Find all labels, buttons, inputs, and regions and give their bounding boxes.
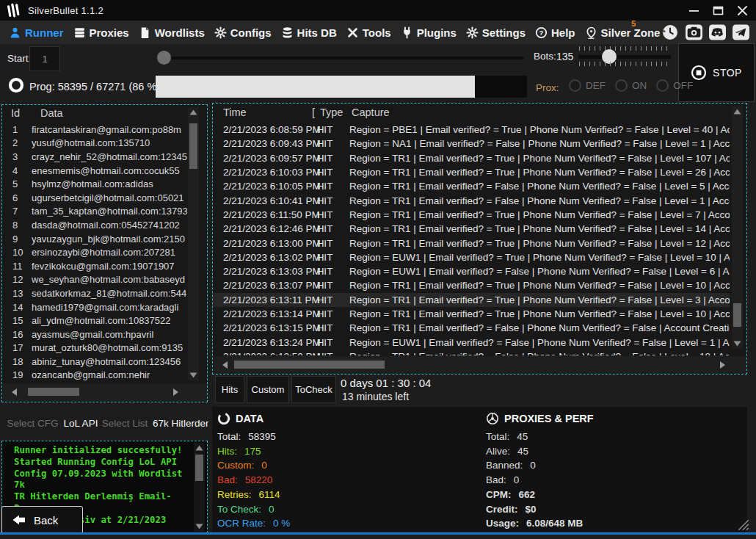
scroll-down-icon[interactable] bbox=[194, 521, 205, 532]
stat-value: 0 % bbox=[273, 518, 290, 529]
scroll-right-icon[interactable] bbox=[717, 360, 728, 370]
table-row[interactable]: 13sedatkorkmaz_81@hotmail.com:544 bbox=[2, 286, 187, 300]
table-row[interactable]: 9yavuzaygun_bjk@hotmail.com:2150 bbox=[2, 232, 187, 246]
resize-grip-icon[interactable] bbox=[737, 518, 750, 532]
table-row[interactable]: 2/21/2023 6:13:50 PMHITRegion = TR1 | Em… bbox=[213, 350, 730, 355]
select-list-button[interactable]: Select List bbox=[98, 408, 152, 438]
bots-slider-track[interactable] bbox=[578, 55, 671, 59]
tab-hits[interactable]: Hits bbox=[215, 376, 244, 403]
scroll-right-icon[interactable] bbox=[170, 387, 181, 397]
prox-radio-group: DEFONOFF bbox=[569, 79, 693, 92]
nav-item-configs[interactable]: Configs bbox=[214, 26, 272, 39]
select-cfg-button[interactable]: Select CFG bbox=[6, 408, 59, 438]
table-row[interactable]: 7tam_35_kaptan@hotmail.com:13793 bbox=[2, 205, 187, 219]
table-row[interactable]: 2/21/2023 6:13:11 PMHITRegion = TR1 | Em… bbox=[213, 293, 730, 307]
prox-option-label: ON bbox=[632, 80, 647, 91]
close-button[interactable] bbox=[736, 4, 749, 17]
table-row[interactable]: 6ugurserbetcigil@hotmail.com:05021 bbox=[2, 191, 187, 205]
prox-radio-on[interactable] bbox=[615, 79, 628, 92]
nav-item-runner[interactable]: Runner bbox=[9, 26, 64, 39]
tab-tocheck[interactable]: ToCheck bbox=[291, 376, 336, 403]
table-row[interactable]: 2/21/2023 6:10:05 PMHITRegion = TR1 | Em… bbox=[213, 179, 730, 193]
table-row[interactable]: 11fevzikokcu@gmail.com:19071907 bbox=[2, 259, 187, 273]
scrollbar-thumb[interactable] bbox=[733, 303, 741, 327]
scroll-down-icon[interactable] bbox=[188, 370, 199, 380]
scrollbar-thumb[interactable] bbox=[234, 361, 385, 369]
table-row[interactable]: 10ersinozaybi@hotmail.com:207281 bbox=[2, 245, 187, 259]
nav-item-tools[interactable]: Tools bbox=[346, 26, 391, 39]
table-row[interactable]: 4enesmemis@hotmail.com:cocuk55 bbox=[2, 164, 187, 178]
stat-row: Retries:6114 bbox=[217, 489, 280, 500]
table-row[interactable]: 2/21/2023 6:09:57 PMHITRegion = TR1 | Em… bbox=[213, 151, 730, 165]
table-row[interactable]: 2/21/2023 6:13:07 PMHITRegion = TR1 | Em… bbox=[213, 278, 730, 292]
scroll-up-icon[interactable] bbox=[188, 107, 199, 117]
hits-table-hscrollbar[interactable] bbox=[214, 356, 746, 374]
scroll-down-icon[interactable] bbox=[732, 339, 743, 349]
log-vscrollbar[interactable] bbox=[194, 443, 205, 532]
table-row[interactable]: 2/21/2023 6:10:41 PMHITRegion = TR1 | Em… bbox=[213, 193, 730, 207]
table-row[interactable]: 2/21/2023 6:13:15 PMHITRegion = TR1 | Em… bbox=[213, 321, 730, 335]
hits-table-vscrollbar[interactable] bbox=[732, 106, 743, 349]
scrollbar-thumb[interactable] bbox=[28, 388, 79, 396]
telegram-icon[interactable] bbox=[732, 24, 750, 40]
nav-item-silver-zone[interactable]: Silver Zone5 bbox=[585, 26, 661, 39]
scroll-up-icon[interactable] bbox=[732, 106, 743, 117]
table-row[interactable]: 2yusuf@hotmail.com:135710 bbox=[2, 137, 187, 151]
prox-radio-off[interactable] bbox=[656, 79, 669, 92]
nav-item-settings[interactable]: Settings bbox=[466, 26, 526, 39]
runner-icon bbox=[9, 26, 21, 39]
scrollbar-thumb[interactable] bbox=[189, 123, 197, 169]
table-row[interactable]: 2/21/2023 6:13:02 PMHITRegion = EUW1 | E… bbox=[213, 250, 730, 264]
prox-option-label: DEF bbox=[586, 80, 606, 91]
left-table-vscrollbar[interactable] bbox=[188, 107, 199, 380]
table-row[interactable]: 2/21/2023 6:13:03 PMHITRegion = EUW1 | E… bbox=[213, 264, 730, 278]
scroll-up-icon[interactable] bbox=[194, 443, 205, 453]
stat-row: Bad:58220 bbox=[217, 474, 272, 485]
table-row[interactable]: 16ayasmus@gmail.com:hpavril bbox=[2, 328, 187, 341]
table-row[interactable]: 15ali_ydm@hotmail.com:10837522 bbox=[2, 314, 187, 328]
table-row[interactable]: 3crayz_nehir_52@hotmail.com:12345 bbox=[2, 150, 187, 164]
table-row[interactable]: 8dasda@hotmail.com:05452741202 bbox=[2, 218, 187, 232]
table-row[interactable]: 1firatcantaskiran@gmail.com:po88m bbox=[2, 123, 187, 137]
stat-label: Bad: bbox=[486, 474, 506, 485]
left-table-hscrollbar[interactable] bbox=[3, 383, 207, 401]
table-row[interactable]: 17murat_ozturk80@hotmail.com:9135 bbox=[2, 341, 187, 355]
stop-button[interactable]: STOP bbox=[678, 43, 755, 102]
table-row[interactable]: 2/21/2023 6:13:00 PMHITRegion = TR1 | Em… bbox=[213, 236, 730, 250]
table-row[interactable]: 2/21/2023 6:12:46 PMHITRegion = TR1 | Em… bbox=[213, 222, 730, 236]
table-row[interactable]: 2/21/2023 6:08:59 PMHITRegion = PBE1 | E… bbox=[213, 123, 730, 137]
row-capture: Region = TR1 | Email verified? = True | … bbox=[341, 238, 730, 249]
scroll-left-icon[interactable] bbox=[219, 360, 230, 370]
scroll-left-icon[interactable] bbox=[9, 387, 20, 397]
maximize-button[interactable] bbox=[712, 4, 724, 17]
row-time: 2/21/2023 6:13:15 PM bbox=[213, 322, 309, 333]
table-row[interactable]: 18abiniz_tunay@hotmail.com:123456 bbox=[2, 355, 187, 369]
nav-item-hits-db[interactable]: Hits DB bbox=[281, 26, 337, 39]
nav-item-help[interactable]: ?Help bbox=[535, 26, 575, 39]
discord-icon[interactable] bbox=[708, 24, 727, 40]
table-row[interactable]: 5hsylmz@hotmail.com:adidas bbox=[2, 177, 187, 191]
prox-radio-def[interactable] bbox=[569, 79, 581, 92]
nav-item-wordlists[interactable]: Wordlists bbox=[139, 26, 205, 39]
minimize-button[interactable] bbox=[688, 4, 700, 17]
nav-item-plugins[interactable]: Plugins bbox=[401, 26, 457, 39]
row-id: 1 bbox=[2, 124, 32, 135]
camera-icon[interactable] bbox=[685, 24, 703, 40]
table-row[interactable]: 2/21/2023 6:11:50 PMHITRegion = TR1 | Em… bbox=[213, 208, 730, 222]
table-row[interactable]: 2/21/2023 6:13:14 PMHITRegion = TR1 | Em… bbox=[213, 307, 730, 321]
scrollbar-thumb[interactable] bbox=[195, 455, 203, 481]
table-row[interactable]: 2/21/2023 6:09:43 PMHITRegion = NA1 | Em… bbox=[213, 137, 730, 151]
history-icon[interactable] bbox=[661, 24, 680, 40]
start-slider-handle[interactable] bbox=[157, 51, 171, 65]
table-row[interactable]: 12we_seyhan@hotmail.com:babaseyd bbox=[2, 273, 187, 287]
table-row[interactable]: 2/21/2023 6:10:03 PMHITRegion = TR1 | Em… bbox=[213, 165, 730, 179]
config-name-label[interactable]: LoL API bbox=[63, 408, 98, 438]
back-button[interactable]: Back bbox=[1, 506, 83, 534]
table-row[interactable]: 19ozancanb@gmail.com:nehir bbox=[2, 369, 187, 383]
tab-custom[interactable]: Custom bbox=[247, 376, 289, 403]
table-row[interactable]: 14hamedi1979@gmail.com:karadagli bbox=[2, 300, 187, 314]
start-slider-track[interactable] bbox=[159, 57, 524, 59]
start-input[interactable] bbox=[29, 46, 60, 71]
nav-item-proxies[interactable]: Proxies bbox=[73, 26, 129, 39]
table-row[interactable]: 2/21/2023 6:13:24 PMHITRegion = EUW1 | E… bbox=[213, 335, 730, 349]
